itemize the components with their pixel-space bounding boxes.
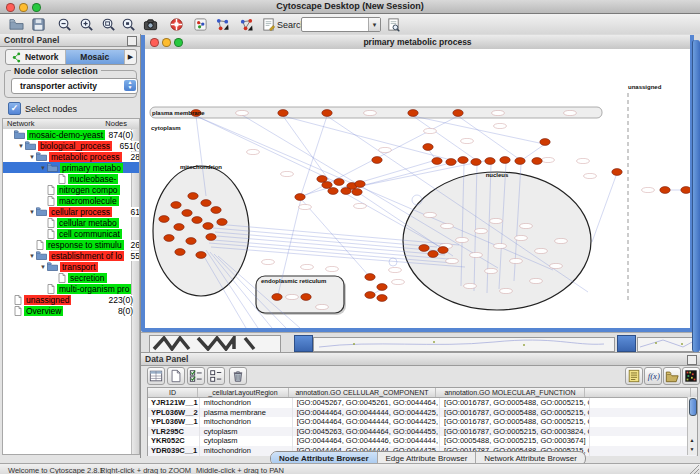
expand-arrow-icon[interactable]: ▼ [28,154,36,160]
tree-item-response-to-stimulu[interactable]: response to stimulu264(0) [3,239,140,250]
node-count: 280(0) [129,152,140,162]
table-row[interactable]: YLR295Ccytoplasm[GO:0045263, GO:0044464,… [148,427,697,437]
delete-attribute-button[interactable] [229,367,247,385]
tree-item-cellular-metabo[interactable]: cellular metabo209(0) [3,217,140,228]
column-header[interactable] [585,388,691,397]
select-all-attributes-button[interactable] [187,367,205,385]
network-node [164,235,174,242]
status-zoom-hint: Right-click + drag to ZOOM [100,466,191,474]
annotation-button[interactable] [260,15,278,33]
snapshot-button[interactable] [142,15,160,33]
node-count: 614(0) [129,207,140,217]
tree-item-primary-metabo[interactable]: ▼primary metabo209(... [3,162,140,173]
zoom-selected-button[interactable] [120,15,138,33]
tab-network[interactable]: Network [6,50,66,64]
column-header[interactable]: ID [148,388,198,397]
tree-item-cellular-process[interactable]: ▼cellular process614(0) [3,206,140,217]
network-window-titlebar[interactable]: primary metabolic process [145,35,690,50]
file-icon [47,284,55,294]
enhanced-search-button[interactable] [385,15,403,33]
column-header[interactable]: annotation.GO CELLULAR_COMPONENT [289,388,436,397]
float-data-panel-icon[interactable] [687,355,697,365]
node-label-chip [247,149,260,154]
expand-arrow-icon[interactable]: ▼ [39,165,47,171]
function-builder-button[interactable]: f(x) [644,367,662,385]
zoom-out-button[interactable] [56,15,74,33]
column-header[interactable]: _cellularLayoutRegion [198,388,289,397]
open-file-button[interactable] [8,15,26,33]
network-canvas[interactable]: plasma membranecytoplasmmitochondrionnuc… [145,49,690,328]
search-input[interactable]: ▾ [301,17,381,32]
table-row[interactable]: YPL036W__2plasma membrane[GO:0044464, GO… [148,408,697,418]
tree-item-multi-organism-pro[interactable]: multi-organism pro42(0) [3,283,140,294]
node-label-chip [470,252,483,257]
node-label-chip [389,267,402,272]
edit-network-1-button[interactable] [214,15,232,33]
node-label-chip [286,294,299,299]
tab-mosaic[interactable]: Mosaic [66,50,126,64]
control-panel: Control Panel Network Mosaic ▶ Node colo… [0,34,141,458]
dropdown-stepper-icon: ▲▼ [124,80,136,91]
tree-item-unassigned[interactable]: unassigned223(0) [3,294,135,305]
table-scrollbar-arrows[interactable]: ▲▼ [688,436,696,454]
table-row[interactable]: YJR121W__1mitochondrion[GO:0045267, GO:0… [148,398,697,408]
expand-arrow-icon[interactable]: ▼ [17,143,25,149]
attribute-table-button[interactable] [147,367,165,385]
search-dropdown-arrow[interactable]: ▾ [368,18,380,31]
table-cell: YPL036W__1 [148,417,200,427]
tree-item-nitrogen-compo[interactable]: nitrogen compo209(0) [3,184,140,195]
tabs-overflow-button[interactable]: ▶ [125,50,136,64]
attribute-list-button[interactable] [625,367,643,385]
tree-item-label: mosaic-demo-yeast [27,130,105,140]
tree-item-nucleobase-[interactable]: nucleobase-209(0) [3,173,140,184]
expand-arrow-icon[interactable]: ▼ [28,209,36,215]
import-attributes-button[interactable] [663,367,681,385]
folder-icon [47,262,58,271]
cytoscape-app-window: Cytoscape Desktop (New Session) Search: … [0,0,700,474]
save-button[interactable] [30,15,48,33]
table-row[interactable]: YKR052Ccytoplasm[GO:0044464, GO:0044446,… [148,436,697,446]
tree-item-biological-process[interactable]: ▼biological_process651(0) [3,140,140,151]
tree-item-label: response to stimulu [46,240,124,250]
network-node [612,169,622,176]
node-label-chip [424,128,437,133]
node-label-chip [555,238,568,243]
float-panel-icon[interactable] [127,36,137,46]
region-label-cytoplasm: cytoplasm [151,125,181,131]
tree-item-metabolic-process[interactable]: ▼metabolic process280(0) [3,151,140,162]
desktop-scrollbar[interactable] [692,40,700,352]
expand-arrow-icon[interactable]: ▼ [28,253,36,259]
create-attribute-button[interactable] [167,367,185,385]
network-node [196,252,206,259]
tree-item-secretion[interactable]: secretion41(0) [3,272,140,283]
table-scrollbar[interactable]: ▲▼ [687,397,697,455]
region-label-plasma-membrane: plasma membrane [152,110,205,116]
tree-item-transport[interactable]: ▼transport558(0) [3,261,140,272]
node-color-dropdown[interactable]: transporter activity ▲▼ [11,78,138,94]
network-node [432,158,442,165]
expand-arrow-icon[interactable]: ▼ [39,264,47,270]
folder-icon [47,163,58,172]
column-header[interactable]: annotation.GO MOLECULAR_FUNCTION [436,388,585,397]
zoom-fit-button[interactable] [100,15,118,33]
network-node [317,176,327,183]
matrix-button[interactable] [682,367,700,385]
status-pan-hint: Middle-click + drag to PAN [196,466,284,474]
tree-item-overview[interactable]: Overview8(0) [3,305,135,316]
tree-item-establishment-of-lo[interactable]: ▼establishment of lo558(0) [3,250,140,261]
select-nodes-checkbox[interactable]: ✓ [8,102,21,115]
tree-item-macromolecule[interactable]: macromolecule311(0) [3,195,140,206]
unselect-all-attributes-button[interactable] [207,367,225,385]
tree-item-mosaic-demo-yeast[interactable]: mosaic-demo-yeast874(0) [3,129,135,140]
table-cell [590,427,697,437]
help-button[interactable] [168,15,186,33]
resize-grip-icon[interactable] [690,465,699,474]
table-row[interactable]: YPL036W__1mitochondrion[GO:0044464, GO:0… [148,417,697,427]
tree-item-cell-communicat[interactable]: cell communicat22(0) [3,228,140,239]
vizmapper-button[interactable] [192,15,210,33]
zoom-in-button[interactable] [78,15,96,33]
table-scrollbar-thumb[interactable] [689,398,697,416]
network-node [159,216,169,223]
edit-network-2-button[interactable] [238,15,256,33]
node-label-chip [515,235,528,240]
